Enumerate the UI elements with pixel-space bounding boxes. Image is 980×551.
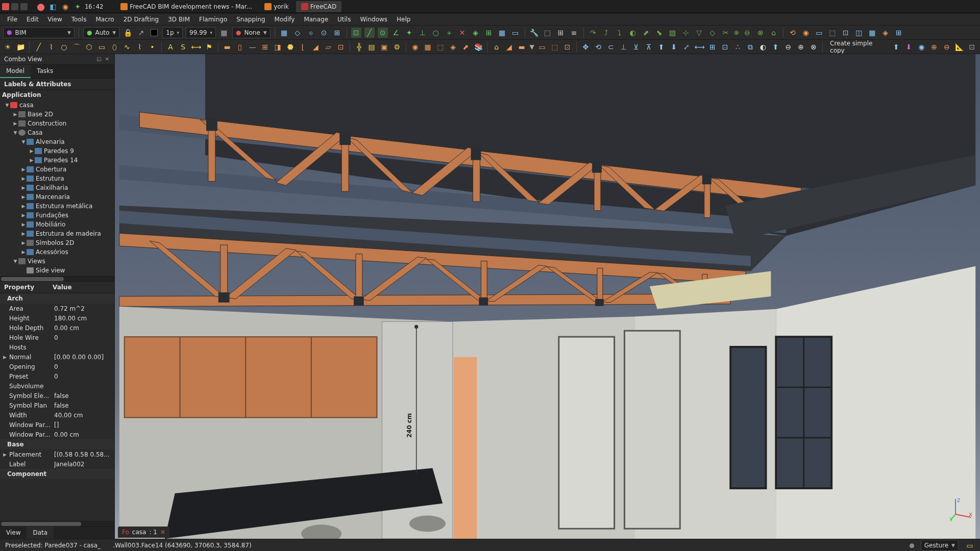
expand-icon[interactable]: ▶ (20, 249, 27, 255)
menu-windows[interactable]: Windows (356, 14, 391, 24)
door-icon[interactable]: ◨ (273, 42, 283, 52)
scale-icon[interactable]: ⤢ (682, 42, 692, 52)
property-row[interactable]: Area0.72 m^2 (0, 304, 114, 313)
component-icon[interactable]: ◈ (448, 42, 458, 52)
tree-item[interactable]: ▶Paredes 14 (0, 156, 114, 165)
expand-icon[interactable]: ▶ (29, 158, 35, 163)
wire-icon[interactable]: ⌇ (46, 42, 56, 52)
property-row[interactable]: Width40.00 cm (0, 410, 114, 420)
split-icon[interactable]: ⊼ (644, 42, 654, 52)
property-row[interactable]: ▶Normal[0.00 0.00 0.00] (0, 352, 114, 362)
layer-none[interactable]: ● None▼ (232, 27, 271, 38)
property-row[interactable]: LabelJanela002 (0, 459, 114, 469)
modify-icon[interactable]: ◐ (628, 28, 638, 38)
auto-color[interactable]: ● Auto▼ (83, 27, 119, 38)
lock-icon[interactable]: 🔒 (122, 28, 133, 38)
property-row[interactable]: Hosts (0, 342, 114, 352)
axis-icon[interactable]: ╬ (354, 42, 364, 52)
menu-modify[interactable]: Modify (271, 14, 299, 24)
snap-center-icon[interactable]: ⊙ (378, 28, 388, 38)
modify-icon[interactable]: ⌂ (769, 28, 779, 38)
bspline-icon[interactable]: ∿ (122, 42, 132, 52)
modify-icon[interactable]: ▨ (668, 28, 678, 38)
expand-icon[interactable]: ▼ (20, 139, 27, 144)
tool-icon[interactable]: ◉ (801, 28, 811, 38)
line-icon[interactable]: ╱ (34, 42, 43, 52)
arrow-down-icon[interactable]: ⬇ (904, 42, 914, 52)
snap-endpoint-icon[interactable]: ⊡ (351, 28, 361, 38)
layers-icon[interactable]: ≡ (569, 28, 579, 38)
arrow-up-icon[interactable]: ⬆ (892, 42, 901, 52)
roof-icon[interactable]: ◢ (311, 42, 321, 52)
window-close-icon[interactable] (2, 3, 9, 10)
expand-icon[interactable]: ▶ (3, 355, 9, 360)
toggle-icon[interactable]: ⊕ (929, 42, 939, 52)
firefox-icon[interactable]: ◉ (60, 2, 70, 12)
text-icon[interactable]: A (166, 42, 176, 52)
titlebar-tab[interactable]: yorik (259, 1, 294, 12)
tool-icon[interactable]: ▭ (814, 28, 824, 38)
schedule-icon[interactable]: ▦ (423, 42, 433, 52)
grid-icon[interactable]: ▦ (279, 28, 289, 38)
window-min-icon[interactable] (11, 3, 18, 10)
expand-icon[interactable]: ▶ (20, 240, 27, 245)
property-row[interactable]: Symbol Ele...false (0, 391, 114, 400)
modify-icon[interactable]: ⊗ (755, 28, 766, 38)
tree-hscroll[interactable] (0, 276, 114, 281)
survey-icon[interactable]: 📐 (954, 42, 964, 52)
menu-flamingo[interactable]: Flamingo (195, 14, 231, 24)
expand-icon[interactable]: ▶ (20, 204, 27, 209)
tree-item[interactable]: ▶Estrutura de madeira (0, 229, 114, 238)
tree-item[interactable]: ▶Base 2D (0, 110, 114, 119)
tree-item[interactable]: ▶Cobertura (0, 165, 114, 174)
tree-item[interactable]: Side view (0, 266, 114, 275)
snap-lock-icon[interactable]: ◇ (292, 28, 303, 38)
panel-icon[interactable]: ▱ (324, 42, 333, 52)
3d-viewport[interactable]: 240 cm x y z Fo casa : 1 ✕ (115, 54, 980, 539)
tree-item[interactable]: ▶Símbolos 2D (0, 238, 114, 247)
menu-file[interactable]: File (3, 14, 21, 24)
expand-icon[interactable]: ▶ (20, 176, 27, 181)
modify-icon[interactable]: ⬊ (654, 28, 665, 38)
shape2d-icon[interactable]: ◉ (917, 42, 926, 52)
nav-style-selector[interactable]: Gesture▼ (921, 540, 959, 551)
menu-snapping[interactable]: Snapping (232, 14, 269, 24)
snap-parallel-icon[interactable]: ＋ (444, 28, 454, 38)
snap-special-icon[interactable]: ✕ (457, 28, 468, 38)
expand-icon[interactable]: ▼ (12, 259, 18, 264)
menu-2d-drafting[interactable]: 2D Drafting (119, 14, 163, 24)
tab-view[interactable]: View (0, 527, 27, 539)
label-icon[interactable]: ⚑ (204, 42, 214, 52)
construction-icon[interactable]: ▦ (219, 28, 229, 38)
property-row[interactable]: Window Par...0.00 cm (0, 430, 114, 439)
snap-icon[interactable]: ⊙ (319, 28, 329, 38)
expand-icon[interactable]: ▶ (29, 148, 35, 154)
dimension-icon[interactable]: ⟷ (191, 42, 201, 52)
draft2sketch-icon[interactable]: ⊞ (708, 42, 718, 52)
floor-icon[interactable]: ▭ (537, 42, 547, 52)
tree-item[interactable]: ▶Acessórios (0, 247, 114, 257)
point-icon[interactable]: • (148, 42, 157, 52)
menu-edit[interactable]: Edit (22, 14, 42, 24)
report-icon[interactable]: ▭ (965, 540, 975, 550)
tree-item[interactable]: ▼casa (0, 101, 114, 110)
tab-tasks[interactable]: Tasks (31, 65, 59, 78)
move-icon[interactable]: ✥ (581, 42, 591, 52)
grid-icon[interactable]: ⊞ (556, 28, 566, 38)
toggle-icon[interactable]: ⊖ (942, 42, 951, 52)
modify-icon[interactable]: ⤴ (601, 28, 611, 38)
expand-icon[interactable]: ▶ (12, 112, 18, 117)
property-row[interactable]: Opening0 (0, 362, 114, 371)
property-list[interactable]: ArchArea0.72 m^2Height180.00 cmHole Dept… (0, 293, 114, 521)
model-tree[interactable]: ▼casa▶Base 2D▶Construction▼Casa▼Alvenari… (0, 99, 114, 276)
property-row[interactable]: ▶Placement[(0.58 0.58 0.58... (0, 449, 114, 459)
property-row[interactable]: Hole Depth0.00 cm (0, 323, 114, 333)
property-row[interactable]: Height180.00 cm (0, 313, 114, 323)
property-row[interactable]: Subvolume (0, 381, 114, 391)
document-tab[interactable]: Fo casa : 1 ✕ (118, 527, 169, 538)
undock-icon[interactable]: ◱ (96, 56, 102, 62)
tree-item[interactable]: ▼Views (0, 257, 114, 266)
project-icon[interactable]: ⌂ (492, 42, 501, 52)
snap-ext-icon[interactable]: ○ (431, 28, 441, 38)
expand-icon[interactable]: ▶ (20, 222, 27, 227)
